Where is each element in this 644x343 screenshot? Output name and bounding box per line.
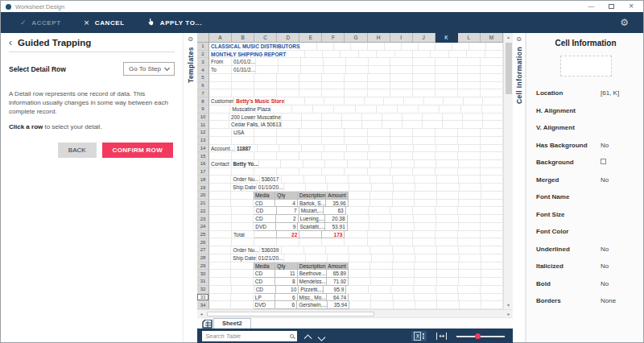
cell-G21[interactable] [349, 200, 370, 208]
cell-L6[interactable] [458, 82, 481, 90]
cell-I29[interactable] [393, 262, 415, 271]
cell-C12[interactable] [254, 129, 277, 137]
cell-L31[interactable] [459, 278, 481, 286]
cell-I23[interactable] [392, 215, 415, 223]
cell-G3[interactable] [346, 58, 369, 66]
cell-J12[interactable] [413, 129, 436, 137]
row-header-5[interactable]: 5 [197, 74, 209, 82]
cell-I30[interactable] [393, 270, 415, 278]
row-header-19[interactable]: 19 [197, 184, 209, 192]
grid-row-28[interactable]: 28Ship Date01/21/20... [197, 254, 503, 262]
cell-G14[interactable] [347, 145, 369, 153]
grid-row-3[interactable]: 3From01/01/2... [197, 58, 503, 66]
cell-L32[interactable] [458, 286, 481, 294]
cell-H20[interactable] [370, 192, 392, 200]
grid-row-20[interactable]: 20MediaQtyDescriptionAmount [197, 192, 503, 200]
worksheet-icon[interactable] [200, 319, 213, 329]
cell-A17[interactable] [209, 168, 232, 176]
cell-M6[interactable] [481, 82, 503, 90]
cell-L12[interactable] [458, 129, 481, 137]
cell-G9[interactable] [356, 105, 377, 114]
cell-B27[interactable]: Order Nu... [231, 246, 259, 254]
row-header-31[interactable]: 31 [197, 278, 209, 286]
back-button[interactable]: BACK [58, 143, 97, 158]
row-header-22[interactable]: 22 [197, 207, 209, 215]
cell-I18[interactable] [393, 176, 415, 184]
cell-F4[interactable] [324, 66, 346, 74]
cell-L20[interactable] [459, 192, 481, 200]
cell-D2[interactable] [323, 51, 341, 59]
cell-J31[interactable] [415, 278, 436, 286]
row-header-6[interactable]: 6 [197, 82, 209, 90]
cell-B9[interactable]: Muscatine Plaza [230, 105, 271, 114]
cell-A7[interactable] [209, 89, 232, 97]
cell-D22[interactable]: 7 [277, 207, 299, 215]
cell-G26[interactable] [345, 238, 367, 246]
search-table-input[interactable]: Search Table [202, 331, 297, 341]
cell-I1[interactable] [419, 43, 436, 51]
cell-A29[interactable] [209, 262, 231, 271]
cell-M10[interactable] [483, 114, 503, 122]
cell-A32[interactable] [209, 286, 232, 294]
vertical-scroll-thumb[interactable] [506, 43, 512, 94]
grid-row-7[interactable]: 7 [197, 89, 503, 97]
cell-K12[interactable] [436, 129, 458, 137]
cell-H21[interactable] [370, 200, 392, 208]
row-header-34[interactable]: 34 [197, 301, 209, 309]
cell-J27[interactable] [415, 246, 436, 254]
cell-H15[interactable] [368, 152, 390, 160]
cell-I31[interactable] [393, 278, 415, 286]
cell-J15[interactable] [413, 152, 436, 160]
cell-G29[interactable] [349, 262, 370, 271]
cell-H10[interactable] [382, 114, 402, 122]
cell-J6[interactable] [413, 82, 436, 90]
cell-G5[interactable] [345, 74, 367, 82]
cell-G8[interactable] [365, 97, 385, 105]
row-header-11[interactable]: 11 [197, 121, 209, 129]
cell-I9[interactable] [398, 105, 419, 114]
cell-J19[interactable] [415, 184, 437, 192]
cell-E20[interactable]: Description [298, 192, 327, 200]
cell-E14[interactable] [302, 145, 324, 153]
cell-H14[interactable] [369, 145, 392, 153]
cell-D4[interactable] [279, 66, 301, 74]
cell-B21[interactable] [231, 200, 253, 208]
cell-F26[interactable] [322, 238, 345, 246]
cell-J32[interactable] [414, 286, 436, 294]
zoom-slider[interactable] [456, 333, 505, 341]
row-header-29[interactable]: 29 [197, 262, 209, 271]
cell-D18[interactable] [282, 176, 303, 184]
column-header-M[interactable]: M [481, 33, 503, 43]
cell-H22[interactable] [369, 207, 391, 215]
cell-F7[interactable] [322, 89, 345, 97]
cell-C11[interactable] [282, 121, 302, 129]
scroll-right-arrow-icon[interactable]: ▸ [505, 310, 513, 318]
cell-M1[interactable] [486, 43, 503, 51]
cell-L4[interactable] [458, 66, 481, 74]
grid-row-16[interactable]: 16Contact:Betty Yo... [197, 160, 503, 168]
cell-H26[interactable] [368, 238, 390, 246]
cell-D12[interactable] [277, 129, 299, 137]
cell-C28[interactable]: 01/21/20... [257, 254, 284, 262]
cell-B22[interactable] [232, 207, 254, 215]
cell-H27[interactable] [370, 246, 392, 254]
grid-row-8[interactable]: 8CustomerBetty's Music Store [197, 97, 503, 105]
fit-width-icon[interactable]: ↔ [436, 333, 447, 340]
cell-D3[interactable] [279, 58, 301, 66]
cell-D14[interactable] [279, 145, 302, 153]
cell-C3[interactable] [256, 58, 279, 66]
search-previous-button[interactable] [304, 334, 312, 342]
cell-G22[interactable] [346, 207, 369, 215]
cell-B23[interactable] [232, 215, 254, 223]
cell-I33[interactable] [393, 294, 415, 302]
cell-D25[interactable]: 22 [277, 231, 299, 239]
cell-I11[interactable] [402, 121, 423, 129]
cell-D27[interactable] [282, 246, 303, 254]
cell-M8[interactable] [483, 97, 503, 105]
row-header-2[interactable]: 2 [197, 51, 209, 59]
cell-K32[interactable] [436, 286, 459, 294]
cell-D33[interactable]: 6 [275, 294, 297, 302]
cell-K20[interactable] [437, 192, 459, 200]
cell-C30[interactable]: CD [254, 270, 275, 278]
cell-F10[interactable] [342, 114, 362, 122]
